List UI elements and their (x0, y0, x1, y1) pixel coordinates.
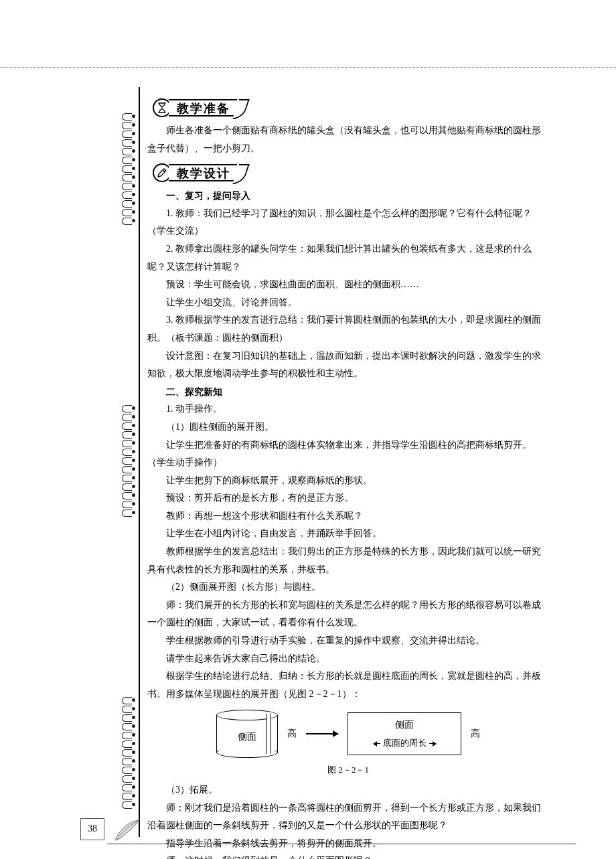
body-text: 教师：再想一想这个形状和圆柱有什么关系呢？ (147, 507, 549, 526)
section-title: 教学准备 (169, 99, 237, 116)
dotted-divider (0, 67, 616, 68)
spiral-binding (121, 696, 135, 808)
figure-label: 侧面 (395, 716, 414, 734)
body-text: 根据学生的结论进行总结、归纳：长方形的长就是圆柱底面的周长，宽就是圆柱的高，并板… (147, 668, 549, 703)
body-text: 师生各准备一个侧面贴有商标纸的罐头盒（没有罐头盒，也可以用其他贴有商标纸的圆柱形… (147, 122, 549, 157)
body-text: 师：我们展开的长方形的长和宽与圆柱的关系是怎么样的呢？用长方形的纸很容易可以卷成… (147, 597, 549, 632)
arrow-right-icon (429, 743, 436, 745)
body-text: 3. 教师根据学生的发言进行总结：我们要计算圆柱侧面的包装纸的大小，即是求圆柱的… (147, 311, 549, 347)
body-text: 师：刚才我们是沿着圆柱的一条高将圆柱的侧面剪开，得到一个长方形或正方形，如果我们… (147, 799, 549, 835)
footer-rule (107, 844, 576, 844)
figure-cylinder-unfold: 侧面 高 侧面 底面的周长 高 图 2－2－1 (208, 710, 489, 779)
body-text: （2）侧面展开图（长方形）与圆柱。 (147, 578, 549, 597)
section-title: 教学设计 (169, 164, 237, 181)
body-text: 让学生小组交流、讨论并回答。 (147, 294, 549, 312)
subheading: 一、复习，提问导入 (147, 187, 549, 205)
figure-caption: 图 2－2－1 (208, 762, 489, 779)
body-text: 让学生把准备好的有商标纸的圆柱体实物拿出来，并指导学生沿圆柱的高把商标纸剪开。（… (147, 437, 549, 472)
quill-icon (112, 817, 141, 843)
page-footer: 38 (80, 818, 104, 840)
body-text: 1. 动手操作。 (147, 400, 549, 418)
body-text: 学生根据教师的引导进行动手实验，在重复的操作中观察、交流并得出结论。 (147, 632, 549, 650)
rectangle-diagram: 侧面 底面的周长 (348, 712, 461, 755)
body-text: 1. 教师：我们已经学习了圆柱的知识，那么圆柱是个怎么样的图形呢？它有什么特征呢… (147, 205, 549, 240)
design-intent: 设计意图：在复习旧知识的基础上，温故而知新，提出本课时欲解决的问题，激发学生的求… (147, 347, 549, 383)
body-text: 2. 教师拿出圆柱形的罐头问学生：如果我们想计算出罐头的包装纸有多大，这是求的什… (147, 240, 549, 276)
figure-label: 侧面 (216, 728, 278, 747)
body-text: （3）拓展。 (147, 781, 549, 799)
body-text: 预设：剪开后有的是长方形，有的是正方形。 (147, 489, 549, 507)
spiral-binding (121, 404, 135, 516)
page-content: 教学准备 师生各准备一个侧面贴有商标纸的罐头盒（没有罐头盒，也可以用其他贴有商标… (147, 92, 549, 859)
body-text: （1）圆柱侧面的展开图。 (147, 418, 549, 437)
cylinder-diagram: 侧面 (216, 710, 278, 758)
body-text: 让学生把剪下的商标纸展开，观察商标纸的形状。 (147, 472, 549, 490)
body-text: 让学生在小组内讨论，自由发言，并踊跃举手回答。 (147, 525, 549, 543)
body-text: 师：这时候，我们得到的是一个什么平面图形呢？ (147, 852, 549, 859)
figure-label: 底面的周长 (383, 735, 427, 752)
body-text: 预设：学生可能会说，求圆柱曲面的面积、圆柱的侧面积…… (147, 276, 549, 294)
figure-label: 高 (471, 725, 480, 743)
section-header-prep: 教学准备 (153, 98, 549, 118)
body-text: 请学生起来告诉大家自己得出的结论。 (147, 650, 549, 668)
arrow-icon (306, 733, 338, 734)
margin-rule (139, 87, 140, 837)
arrow-left-icon (374, 743, 380, 745)
spiral-binding (121, 112, 135, 224)
subheading: 二、探究新知 (147, 383, 549, 401)
figure-label: 高 (287, 725, 297, 743)
section-header-design: 教学设计 (153, 163, 549, 183)
page-number: 38 (80, 818, 104, 840)
body-text: 教师根据学生的发言总结出：我们剪出的正方形是特殊的长方形，因此我们就可以统一研究… (147, 543, 549, 578)
